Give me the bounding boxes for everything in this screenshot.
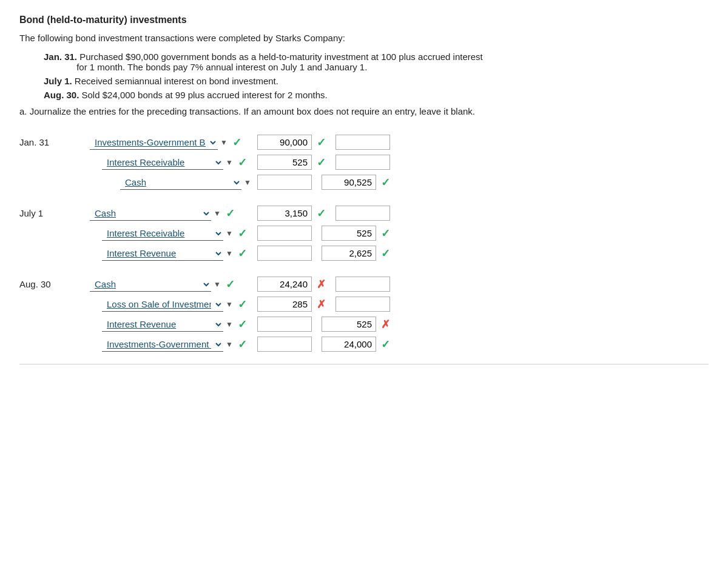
credit-july1-3: ✓ — [322, 246, 390, 261]
account-check-aug30-1: ✓ — [226, 278, 235, 291]
credit-check-aug30-4: ✓ — [381, 338, 390, 351]
credit-jan31-3: ✓ — [322, 175, 390, 190]
debit-input-july1-3[interactable] — [257, 246, 312, 261]
dropdown-icon-aug30-3: ▼ — [226, 320, 233, 329]
credit-aug30-4: ✓ — [322, 337, 390, 352]
credit-check-july1-3: ✓ — [381, 247, 390, 260]
date-jan31: Jan. 31 — [19, 137, 68, 147]
credit-input-aug30-2[interactable] — [335, 297, 390, 312]
transaction-aug30: Aug. 30. Sold $24,000 bonds at 99 plus a… — [44, 90, 709, 100]
page-title: Bond (held-to-maturity) investments — [19, 15, 709, 25]
debit-aug30-3 — [257, 317, 312, 332]
journal-row-aug30-1: Aug. 30 Cash ▼ ✓ ✗ — [19, 277, 709, 292]
credit-july1-1 — [335, 206, 390, 221]
credit-jan31-1 — [335, 135, 390, 150]
debit-input-aug30-2[interactable] — [257, 297, 312, 312]
account-july1-1: Cash ▼ ✓ — [72, 206, 241, 221]
debit-aug30-1: ✗ — [257, 277, 326, 292]
account-jan31-1: Investments-Government Bonds ▼ ✓ — [72, 135, 241, 150]
account-select-jan31-1[interactable]: Investments-Government Bonds — [90, 135, 218, 150]
dropdown-icon-jan31-3: ▼ — [244, 178, 251, 187]
debit-input-july1-2[interactable] — [257, 226, 312, 241]
credit-input-jan31-3[interactable] — [322, 175, 376, 190]
debit-aug30-2: ✗ — [257, 297, 326, 312]
dropdown-icon-july1-3: ▼ — [226, 249, 233, 258]
journal-row-july1-2: Interest Receivable ▼ ✓ ✓ — [19, 226, 709, 241]
debit-input-aug30-3[interactable] — [257, 317, 312, 332]
spacer-1 — [19, 195, 709, 206]
account-check-july1-3: ✓ — [238, 247, 247, 260]
credit-input-july1-2[interactable] — [322, 226, 376, 241]
date-aug30: Aug. 30 — [19, 279, 68, 289]
account-select-aug30-1[interactable]: Cash — [90, 277, 211, 292]
account-check-july1-1: ✓ — [226, 207, 235, 220]
credit-check-jan31-3: ✓ — [381, 176, 390, 189]
credit-aug30-1 — [335, 277, 390, 292]
journal-row-aug30-4: Investments-Government Bonds ▼ ✓ ✓ — [19, 337, 709, 352]
credit-jan31-2 — [335, 155, 390, 170]
journal-row-aug30-3: Interest Revenue ▼ ✓ ✗ — [19, 317, 709, 332]
debit-input-jan31-3[interactable] — [257, 175, 312, 190]
account-july1-2: Interest Receivable ▼ ✓ — [72, 226, 241, 241]
account-select-july1-2[interactable]: Interest Receivable — [102, 226, 223, 241]
journal-row-jan31-2: Interest Receivable ▼ ✓ ✓ — [19, 155, 709, 170]
credit-check-aug30-3: ✗ — [381, 318, 390, 331]
debit-input-jan31-2[interactable] — [257, 155, 312, 170]
debit-jan31-3 — [257, 175, 312, 190]
account-july1-3: Interest Revenue ▼ ✓ — [72, 246, 241, 261]
date-july1: July 1 — [19, 208, 68, 218]
account-jan31-3: Cash ▼ ✓ — [72, 175, 241, 190]
credit-input-july1-3[interactable] — [322, 246, 376, 261]
dropdown-icon-aug30-2: ▼ — [226, 300, 233, 309]
credit-input-jan31-2[interactable] — [335, 155, 390, 170]
instructions-text: a. Journalize the entries for the preced… — [19, 106, 709, 116]
dropdown-icon-jan31-1: ▼ — [220, 138, 228, 147]
journal-row-jan31-1: Jan. 31 Investments-Government Bonds ▼ ✓… — [19, 135, 709, 150]
account-select-july1-1[interactable]: Cash — [90, 206, 211, 221]
account-check-july1-2: ✓ — [238, 227, 247, 240]
account-select-aug30-4[interactable]: Investments-Government Bonds — [102, 337, 223, 352]
account-aug30-1: Cash ▼ ✓ — [72, 277, 241, 292]
account-select-july1-3[interactable]: Interest Revenue — [102, 246, 223, 261]
debit-check-july1-1: ✓ — [317, 207, 326, 220]
account-select-jan31-2[interactable]: Interest Receivable — [102, 155, 223, 170]
credit-input-july1-1[interactable] — [335, 206, 390, 221]
journal-row-jan31-3: Cash ▼ ✓ ✓ — [19, 175, 709, 190]
credit-input-jan31-1[interactable] — [335, 135, 390, 150]
dropdown-icon-aug30-4: ▼ — [226, 340, 233, 349]
debit-july1-1: ✓ — [257, 206, 326, 221]
debit-july1-3 — [257, 246, 312, 261]
intro-text: The following bond investment transactio… — [19, 33, 709, 43]
debit-check-aug30-2: ✗ — [317, 298, 326, 311]
account-select-aug30-3[interactable]: Interest Revenue — [102, 317, 223, 332]
credit-july1-2: ✓ — [322, 226, 390, 241]
spacer-2 — [19, 266, 709, 277]
debit-input-july1-1[interactable] — [257, 206, 312, 221]
credit-aug30-3: ✗ — [322, 317, 390, 332]
account-select-aug30-2[interactable]: Loss on Sale of Investments — [102, 297, 223, 312]
debit-check-jan31-2: ✓ — [317, 156, 326, 169]
account-aug30-3: Interest Revenue ▼ ✓ — [72, 317, 241, 332]
account-check-jan31-1: ✓ — [232, 136, 241, 149]
credit-input-aug30-4[interactable] — [322, 337, 376, 352]
account-jan31-2: Interest Receivable ▼ ✓ — [72, 155, 241, 170]
account-select-jan31-3[interactable]: Cash — [120, 175, 241, 190]
debit-input-jan31-1[interactable] — [257, 135, 312, 150]
debit-jan31-1: ✓ — [257, 135, 326, 150]
debit-check-jan31-1: ✓ — [317, 136, 326, 149]
account-check-aug30-2: ✓ — [238, 298, 247, 311]
debit-check-aug30-1: ✗ — [317, 278, 326, 291]
journal-row-july1-3: Interest Revenue ▼ ✓ ✓ — [19, 246, 709, 261]
credit-input-aug30-3[interactable] — [322, 317, 376, 332]
credit-input-aug30-1[interactable] — [335, 277, 390, 292]
credit-aug30-2 — [335, 297, 390, 312]
debit-july1-2 — [257, 226, 312, 241]
dropdown-icon-aug30-1: ▼ — [214, 280, 221, 289]
dropdown-icon-jan31-2: ▼ — [226, 158, 233, 167]
transaction-jan31: Jan. 31. Purchased $90,000 government bo… — [44, 52, 709, 72]
debit-aug30-4 — [257, 337, 312, 352]
journal-section: Jan. 31 Investments-Government Bonds ▼ ✓… — [19, 135, 709, 352]
debit-input-aug30-4[interactable] — [257, 337, 312, 352]
debit-input-aug30-1[interactable] — [257, 277, 312, 292]
dropdown-icon-july1-2: ▼ — [226, 229, 233, 238]
